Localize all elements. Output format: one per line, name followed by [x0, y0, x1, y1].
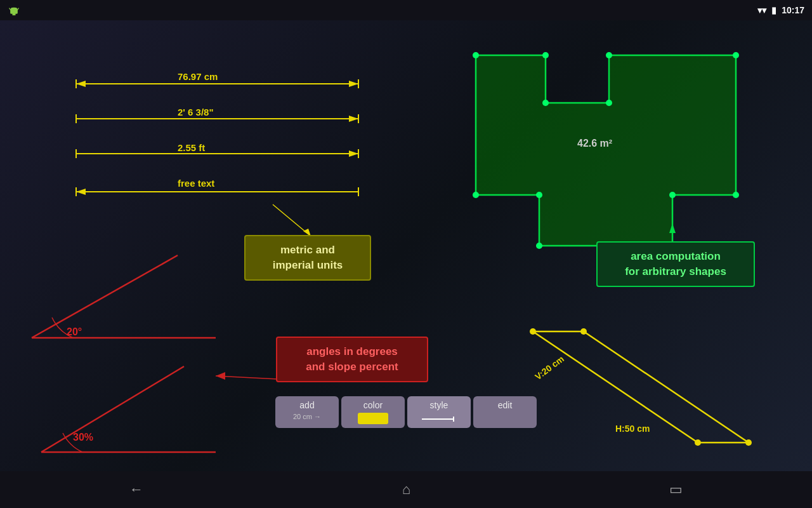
svg-line-38: [32, 255, 178, 338]
back-button[interactable]: ←: [117, 476, 156, 503]
svg-line-21: [273, 204, 311, 236]
svg-point-46: [580, 328, 587, 335]
wifi-icon: ▾▾: [757, 5, 766, 15]
svg-marker-7: [76, 81, 86, 87]
measurement-label-2: 2' 6 3/8": [178, 107, 214, 117]
area-label: 42.6 m²: [577, 138, 612, 149]
svg-point-35: [473, 192, 479, 198]
svg-marker-37: [669, 224, 676, 233]
svg-marker-12: [349, 116, 358, 122]
svg-point-34: [536, 192, 542, 198]
android-icon: [8, 4, 20, 17]
edit-label: edit: [498, 400, 513, 410]
recent-button[interactable]: ▭: [657, 476, 695, 503]
home-button[interactable]: ⌂: [390, 476, 423, 503]
measurement-label-1: 76.97 cm: [178, 71, 218, 82]
nav-bar: ← ⌂ ▭: [0, 471, 812, 508]
canvas-area: 76.97 cm 2' 6 3/8" 2.55 ft free text 42.…: [0, 20, 812, 471]
svg-line-42: [216, 376, 278, 379]
svg-point-27: [606, 100, 612, 106]
svg-line-40: [41, 366, 184, 452]
svg-point-47: [745, 439, 752, 446]
add-sublabel: 20 cm →: [293, 413, 321, 420]
edit-button[interactable]: edit: [473, 396, 537, 428]
status-right: ▾▾ ▮ 10:17: [757, 5, 804, 15]
clock: 10:17: [782, 5, 804, 15]
metric-imperial-box: metric andimperial units: [244, 235, 371, 281]
metric-imperial-text: metric andimperial units: [273, 244, 343, 271]
svg-point-33: [536, 243, 542, 249]
vertical-label: V:20 cm: [533, 354, 566, 382]
svg-point-45: [530, 328, 536, 335]
color-swatch: [358, 413, 388, 424]
angles-box: angles in degreesand slope percent: [276, 337, 428, 382]
slope-30-label: 30%: [73, 432, 93, 443]
battery-icon: ▮: [771, 5, 776, 15]
style-label: style: [430, 400, 449, 410]
area-computation-box: area computationfor arbitrary shapes: [596, 241, 755, 287]
svg-point-29: [733, 52, 739, 58]
svg-marker-43: [216, 372, 225, 380]
angles-text: angles in degreesand slope percent: [306, 345, 398, 373]
status-bar: ▾▾ ▮ 10:17: [0, 0, 812, 20]
style-line-svg: [422, 413, 456, 422]
add-label: add: [299, 400, 314, 410]
svg-point-25: [542, 52, 549, 58]
status-left: [8, 4, 20, 17]
svg-point-31: [669, 192, 676, 198]
measurement-label-3: 2.55 ft: [178, 142, 205, 153]
svg-point-26: [542, 100, 549, 106]
svg-marker-23: [476, 55, 736, 246]
area-computation-text: area computationfor arbitrary shapes: [625, 250, 726, 277]
horizontal-label: H:50 cm: [615, 424, 650, 434]
add-button[interactable]: add 20 cm →: [275, 396, 339, 428]
color-button[interactable]: color: [341, 396, 405, 428]
style-button[interactable]: style: [407, 396, 471, 428]
svg-marker-20: [76, 189, 86, 195]
color-label: color: [363, 400, 383, 410]
svg-point-48: [695, 439, 701, 446]
svg-marker-16: [349, 150, 358, 157]
angle-20-label: 20°: [67, 326, 82, 338]
measurement-label-4: free text: [178, 178, 214, 189]
svg-point-30: [733, 192, 739, 198]
toolbar: add 20 cm → color style edit: [275, 396, 537, 428]
svg-marker-8: [349, 81, 358, 87]
svg-point-28: [606, 52, 612, 58]
svg-point-24: [473, 52, 479, 58]
